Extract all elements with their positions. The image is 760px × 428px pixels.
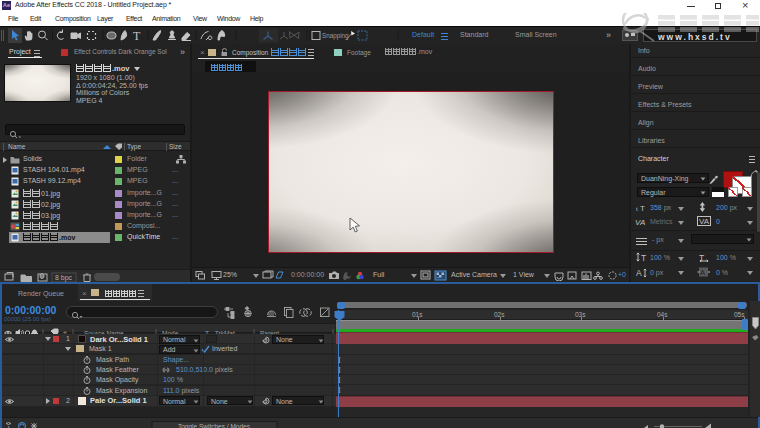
svg-text:t: t — [636, 206, 638, 212]
svg-text:A: A — [700, 268, 705, 277]
svg-text:VA: VA — [699, 217, 710, 226]
svg-text:T: T — [640, 204, 645, 212]
svg-text:VA: VA — [635, 218, 645, 226]
svg-text:T: T — [133, 29, 141, 43]
svg-text:8 bpc: 8 bpc — [55, 274, 73, 282]
svg-text:T: T — [641, 253, 646, 262]
svg-text:Toggle Switches / Modes: Toggle Switches / Modes — [178, 423, 251, 428]
svg-text:A: A — [636, 268, 642, 278]
